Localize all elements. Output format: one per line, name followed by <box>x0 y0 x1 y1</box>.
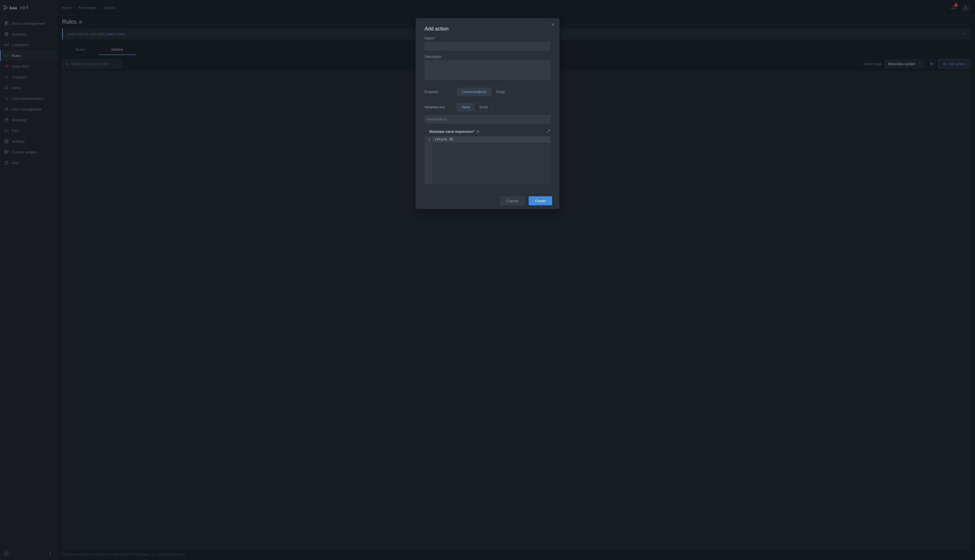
code-line: return 30 <box>432 136 551 142</box>
expand-icon[interactable] <box>546 129 551 134</box>
endpoint-option[interactable]: Current endpoint <box>457 88 491 96</box>
cancel-button[interactable]: Cancel <box>501 196 525 205</box>
endpoint-segment: Current endpointScript <box>457 88 509 96</box>
add-action-modal: Add action Name* Description Endpoint Cu… <box>416 18 559 209</box>
endpoint-label: Endpoint <box>424 90 450 94</box>
metadata-key-segment: ValueScript <box>457 103 493 112</box>
metadata-key-option[interactable]: Value <box>457 103 474 111</box>
modal-title: Add action <box>424 26 551 32</box>
name-label: Name* <box>424 37 551 40</box>
description-label: Description <box>424 55 551 58</box>
create-button[interactable]: Create <box>529 196 552 205</box>
caret-down-icon[interactable] <box>424 130 427 134</box>
endpoint-option[interactable]: Script <box>491 88 509 96</box>
expression-label: Metadata value expression* <box>429 130 474 134</box>
metadata-key-input[interactable] <box>424 115 551 123</box>
code-gutter-line: 1 <box>424 137 430 141</box>
metadata-key-label: Metadata key <box>424 105 450 109</box>
name-input[interactable] <box>424 42 551 51</box>
modal-overlay[interactable]: Add action Name* Description Endpoint Cu… <box>0 0 975 560</box>
metadata-key-option[interactable]: Script <box>474 103 493 111</box>
description-input[interactable] <box>424 60 551 80</box>
help-icon[interactable]: ? <box>476 130 480 134</box>
modal-close-button[interactable] <box>551 23 555 27</box>
expression-editor[interactable]: 1 return 30 <box>424 136 551 184</box>
